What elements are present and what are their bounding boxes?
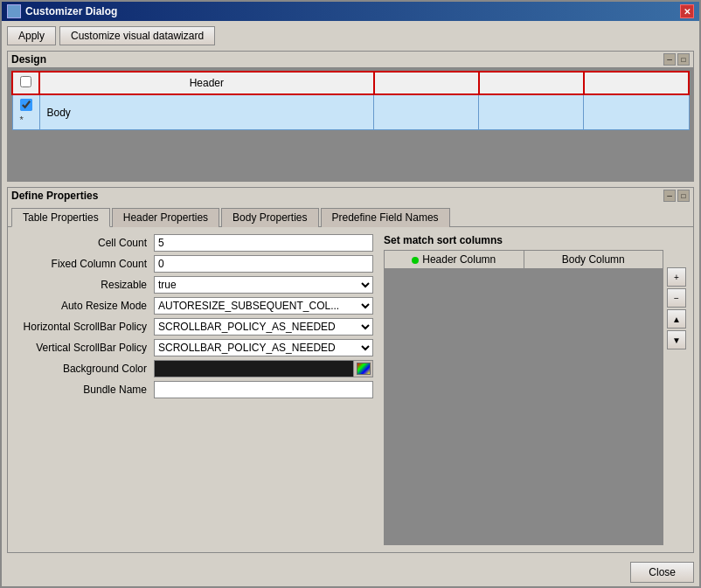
body-checkbox[interactable]: [20, 99, 32, 111]
bg-color-input[interactable]: [154, 360, 354, 377]
main-window: Customizer Dialog ✕ Apply Customize visu…: [0, 0, 701, 588]
v-scrollbar-label: Vertical ScrollBar Policy: [15, 342, 150, 354]
tab-body-properties[interactable]: Body Properties: [221, 208, 318, 227]
sort-add-button[interactable]: +: [667, 267, 686, 287]
header-checkbox-cell: [12, 72, 39, 94]
bg-color-row: Background Color: [15, 360, 373, 377]
cell-count-row: Cell Count: [15, 234, 373, 252]
bundle-name-row: Bundle Name: [15, 381, 373, 398]
tabs-bar: Table Properties Header Properties Body …: [8, 204, 693, 226]
tab-content: Cell Count Fixed Column Count Resizable …: [8, 226, 693, 552]
bg-color-label: Background Color: [15, 363, 150, 375]
sort-up-button[interactable]: ▲: [667, 309, 686, 329]
design-section-title: Design: [11, 53, 46, 66]
design-maximize-button[interactable]: □: [677, 53, 690, 66]
resizable-row: Resizable true false: [15, 276, 373, 294]
design-section: Design ─ □ Header: [7, 51, 694, 182]
bundle-name-label: Bundle Name: [15, 384, 150, 396]
define-section-header: Define Properties ─ □: [8, 188, 693, 204]
define-section-title: Define Properties: [11, 190, 98, 202]
header-cell-3: [479, 72, 584, 94]
body-checkbox-cell: *: [12, 94, 39, 130]
apply-button[interactable]: Apply: [7, 26, 56, 45]
cell-count-input[interactable]: [154, 234, 373, 252]
body-cell-2: [374, 94, 479, 130]
define-section-icons: ─ □: [663, 190, 690, 202]
color-input-row: [154, 360, 373, 377]
tab-header-properties[interactable]: Header Properties: [112, 208, 219, 227]
body-star: *: [20, 114, 24, 125]
auto-resize-label: Auto Resize Mode: [15, 300, 150, 312]
resizable-select[interactable]: true false: [154, 276, 373, 294]
fixed-column-count-input[interactable]: [154, 255, 373, 273]
sort-columns-panel: Set match sort columns Header Column Bod…: [384, 234, 686, 545]
define-properties-section: Define Properties ─ □ Table Properties H…: [7, 187, 694, 553]
header-checkbox[interactable]: [20, 76, 31, 87]
design-table: Header * Body: [11, 71, 690, 130]
close-window-button[interactable]: ✕: [680, 4, 694, 18]
bottom-bar: Close: [2, 558, 699, 586]
define-minimize-button[interactable]: ─: [663, 190, 676, 202]
sort-table-header: Header Column Body Column: [385, 251, 663, 269]
body-cell-4: [584, 94, 689, 130]
color-picker-button[interactable]: [354, 360, 373, 377]
auto-resize-row: Auto Resize Mode AUTORESIZE_SUBSEQUENT_C…: [15, 297, 373, 315]
sort-controls: + − ▲ ▼: [667, 250, 686, 545]
h-scrollbar-row: Horizontal ScrollBar Policy SCROLLBAR_PO…: [15, 318, 373, 336]
cell-count-label: Cell Count: [15, 237, 150, 249]
v-scrollbar-row: Vertical ScrollBar Policy SCROLLBAR_POLI…: [15, 339, 373, 356]
bundle-name-input[interactable]: [154, 381, 373, 398]
fixed-column-count-label: Fixed Column Count: [15, 258, 150, 270]
h-scrollbar-label: Horizontal ScrollBar Policy: [15, 321, 150, 333]
tab-predefine-field-names[interactable]: Predefine Field Names: [321, 208, 450, 227]
title-bar: Customizer Dialog ✕: [2, 2, 699, 21]
sort-columns-title: Set match sort columns: [384, 234, 686, 246]
customize-button[interactable]: Customize visual datawizard: [59, 26, 215, 45]
toolbar: Apply Customize visual datawizard: [7, 26, 694, 45]
body-column-header: Body Column: [524, 251, 663, 268]
title-bar-left: Customizer Dialog: [7, 4, 117, 18]
body-cell-3: [479, 94, 584, 130]
define-maximize-button[interactable]: □: [677, 190, 690, 202]
body-row: * Body: [12, 94, 689, 130]
header-cell-2: [374, 72, 479, 94]
sort-down-button[interactable]: ▼: [667, 330, 686, 349]
resizable-label: Resizable: [15, 279, 150, 291]
close-button[interactable]: Close: [630, 562, 694, 583]
header-label-cell: Header: [39, 72, 374, 94]
design-section-header: Design ─ □: [8, 52, 693, 67]
sort-table-body: [385, 269, 663, 544]
color-picker-icon: [357, 363, 371, 375]
sort-remove-button[interactable]: −: [667, 288, 686, 308]
window-content: Apply Customize visual datawizard Design…: [2, 21, 699, 558]
body-label-cell: Body: [39, 94, 374, 130]
tab-table-properties[interactable]: Table Properties: [11, 208, 110, 227]
header-column-header: Header Column: [385, 251, 524, 268]
window-title: Customizer Dialog: [25, 5, 117, 17]
h-scrollbar-select[interactable]: SCROLLBAR_POLICY_AS_NEEDED: [154, 318, 373, 336]
fixed-column-count-row: Fixed Column Count: [15, 255, 373, 273]
v-scrollbar-select[interactable]: SCROLLBAR_POLICY_AS_NEEDED: [154, 339, 373, 356]
auto-resize-select[interactable]: AUTORESIZE_SUBSEQUENT_COL...: [154, 297, 373, 315]
window-icon: [7, 4, 21, 18]
design-minimize-button[interactable]: ─: [663, 53, 676, 66]
design-section-icons: ─ □: [663, 53, 690, 66]
table-properties-form: Cell Count Fixed Column Count Resizable …: [15, 234, 373, 545]
header-row: Header: [12, 72, 689, 94]
design-content: Header * Body: [8, 67, 693, 181]
header-cell-4: [584, 72, 689, 94]
sort-table-wrapper: Header Column Body Column: [384, 250, 663, 545]
